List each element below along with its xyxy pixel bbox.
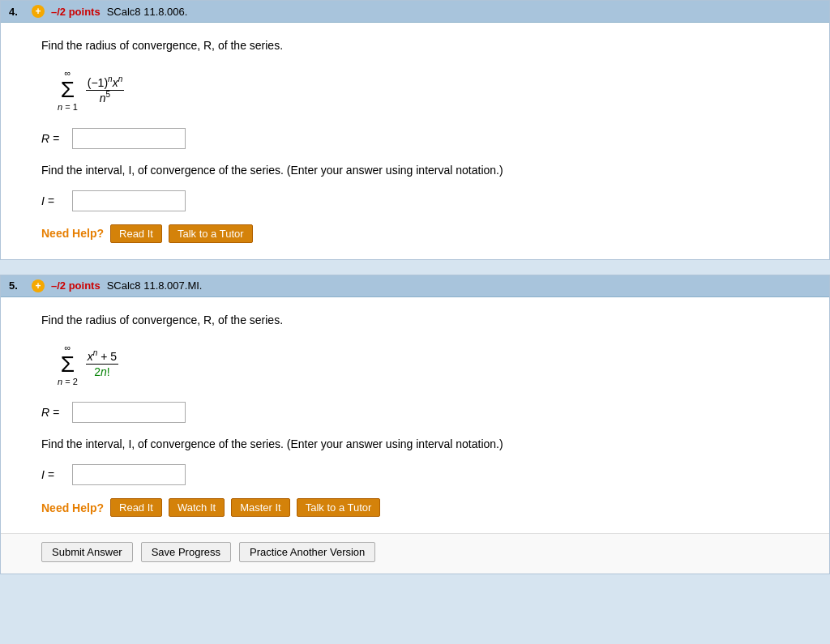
i-input-4[interactable] [72,190,186,211]
r-input-4[interactable] [72,128,186,149]
plus-icon-5: + [32,279,45,292]
i-label-5: I = [41,468,66,481]
need-help-label-5: Need Help? [41,501,104,514]
problem-5-points: –/2 points [51,279,101,292]
problem-5-question-i: Find the interval, I, of convergence of … [41,436,810,453]
problem-5-r-row: R = [41,402,810,423]
problem-5-footer: Submit Answer Save Progress Practice Ano… [1,533,829,574]
problem-5-help-row: Need Help? Read It Watch It Master It Ta… [41,498,810,517]
submit-answer-button[interactable]: Submit Answer [41,542,133,562]
plus-icon-4: + [32,5,45,18]
i-input-5[interactable] [72,464,186,485]
problem-5-formula: ∞ Σ n = 2 xn + 5 2n! [58,340,810,388]
problem-4-formula: ∞ Σ n = 1 (−1)nxn n5 [58,66,810,113]
fraction-4: (−1)nxn n5 [86,76,124,104]
save-progress-button[interactable]: Save Progress [141,542,231,562]
problem-4-header: 4. + –/2 points SCalc8 11.8.006. [1,1,829,23]
r-label-4: R = [41,132,66,145]
need-help-label-4: Need Help? [41,227,104,240]
problem-4-r-row: R = [41,128,810,149]
problem-5-block: 5. + –/2 points SCalc8 11.8.007.MI. Find… [0,275,830,575]
r-label-5: R = [41,406,66,419]
problem-5-body: Find the radius of convergence, R, of th… [1,297,829,534]
i-label-4: I = [41,194,66,207]
problem-4-i-row: I = [41,190,810,211]
problem-5-question-r: Find the radius of convergence, R, of th… [41,312,810,329]
problem-4-help-row: Need Help? Read It Talk to a Tutor [41,224,810,243]
problem-4-ref: SCalc8 11.8.006. [107,6,188,18]
problem-4-body: Find the radius of convergence, R, of th… [1,23,829,259]
sigma-5: ∞ Σ n = 2 [58,342,78,388]
problem-4-block: 4. + –/2 points SCalc8 11.8.006. Find th… [0,0,830,260]
read-it-button-4[interactable]: Read It [110,224,162,243]
read-it-button-5[interactable]: Read It [110,498,162,517]
problem-5-i-row: I = [41,464,810,485]
problem-4-question-r: Find the radius of convergence, R, of th… [41,37,810,54]
watch-it-button-5[interactable]: Watch It [169,498,225,517]
problem-4-points: –/2 points [51,6,101,18]
master-it-button-5[interactable]: Master It [231,498,290,517]
fraction-5: xn + 5 2n! [86,350,118,378]
talk-tutor-button-4[interactable]: Talk to a Tutor [169,224,253,243]
sigma-4: ∞ Σ n = 1 [58,67,78,113]
practice-another-button[interactable]: Practice Another Version [239,542,375,562]
r-input-5[interactable] [72,402,186,423]
problem-4-question-i: Find the interval, I, of convergence of … [41,162,810,179]
problem-5-header: 5. + –/2 points SCalc8 11.8.007.MI. [1,275,829,297]
problem-5-ref: SCalc8 11.8.007.MI. [107,279,203,292]
problem-5-number: 5. [9,279,25,292]
talk-tutor-button-5[interactable]: Talk to a Tutor [297,498,381,517]
problem-4-number: 4. [9,6,25,18]
